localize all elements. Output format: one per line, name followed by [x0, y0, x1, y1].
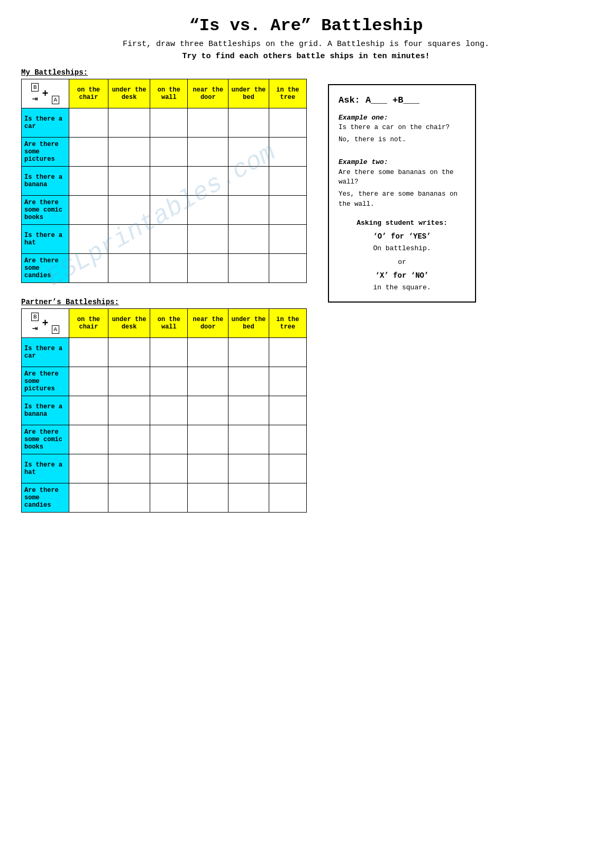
cell[interactable] — [188, 196, 229, 225]
table-row: Are there some candies — [22, 254, 307, 283]
table-row: Is there a car — [22, 108, 307, 138]
cell[interactable] — [229, 108, 269, 138]
cell[interactable] — [69, 225, 108, 254]
cell[interactable] — [269, 425, 306, 454]
cell[interactable] — [188, 254, 229, 283]
cell[interactable] — [69, 338, 108, 367]
a-label-2: A — [52, 325, 60, 334]
cell[interactable] — [188, 367, 229, 396]
cell[interactable] — [69, 138, 108, 167]
cell[interactable] — [229, 138, 269, 167]
header-col-1: on the chair — [69, 79, 108, 108]
partner-table-row: Are there some comic books — [22, 425, 307, 454]
cell[interactable] — [108, 396, 150, 425]
header-col-6: in the tree — [269, 79, 306, 108]
cell[interactable] — [188, 138, 229, 167]
cell[interactable] — [269, 367, 306, 396]
cell[interactable] — [69, 108, 108, 138]
cell[interactable] — [69, 454, 108, 483]
cell[interactable] — [108, 425, 150, 454]
cell[interactable] — [69, 367, 108, 396]
cell[interactable] — [269, 483, 306, 513]
cell[interactable] — [108, 138, 150, 167]
cell[interactable] — [269, 396, 306, 425]
cell[interactable] — [150, 454, 188, 483]
cell[interactable] — [108, 167, 150, 196]
cell[interactable] — [188, 225, 229, 254]
cell[interactable] — [229, 483, 269, 513]
cell[interactable] — [229, 254, 269, 283]
cell[interactable] — [269, 108, 306, 138]
cell[interactable] — [69, 167, 108, 196]
cell[interactable] — [69, 483, 108, 513]
row-label-6: Are there some candies — [22, 254, 69, 283]
page-title: “Is vs. Are” Battleship — [21, 16, 591, 35]
cell[interactable] — [269, 138, 306, 167]
cell[interactable] — [150, 138, 188, 167]
plus-symbol: + — [42, 88, 48, 100]
plus-symbol-2: + — [42, 317, 48, 330]
partners-battleships-grid: B ⇥ + A on the chair under the desk on t… — [21, 308, 307, 513]
cell[interactable] — [108, 254, 150, 283]
cell[interactable] — [269, 454, 306, 483]
cell[interactable] — [108, 196, 150, 225]
cell[interactable] — [269, 338, 306, 367]
cell[interactable] — [108, 338, 150, 367]
partner-row-label-3: Is there a banana — [22, 396, 69, 425]
cell[interactable] — [69, 196, 108, 225]
partner-row-label-6: Are there some candies — [22, 483, 69, 513]
cell[interactable] — [229, 167, 269, 196]
cell[interactable] — [150, 367, 188, 396]
cell[interactable] — [269, 167, 306, 196]
cell[interactable] — [188, 483, 229, 513]
cell[interactable] — [188, 454, 229, 483]
cell[interactable] — [229, 396, 269, 425]
cell[interactable] — [69, 396, 108, 425]
cell[interactable] — [269, 254, 306, 283]
cell[interactable] — [108, 454, 150, 483]
partners-battleships-label: Partner’s Battleships: — [21, 298, 307, 306]
partner-row-label-2: Are there some pictures — [22, 367, 69, 396]
cell[interactable] — [188, 167, 229, 196]
cell[interactable] — [108, 367, 150, 396]
cell[interactable] — [229, 225, 269, 254]
cell[interactable] — [150, 196, 188, 225]
cell[interactable] — [188, 108, 229, 138]
cell[interactable] — [269, 196, 306, 225]
my-battleships-label: My Battleships: — [21, 68, 307, 77]
cell[interactable] — [69, 425, 108, 454]
example-one-q: Is there a car on the chair? — [339, 123, 465, 133]
cell[interactable] — [269, 225, 306, 254]
cell[interactable] — [188, 396, 229, 425]
cell[interactable] — [69, 254, 108, 283]
cell[interactable] — [150, 254, 188, 283]
cell[interactable] — [229, 338, 269, 367]
partner-header-col-3: on the wall — [150, 309, 188, 338]
cell[interactable] — [188, 338, 229, 367]
cell[interactable] — [229, 367, 269, 396]
example-two-a: Yes, there are some bananas on the wall. — [339, 189, 465, 209]
corner-cell: B ⇥ + A — [22, 79, 69, 108]
yes-symbol: ‘O’ for ‘YES’ — [339, 231, 465, 242]
cell[interactable] — [150, 425, 188, 454]
cell[interactable] — [108, 483, 150, 513]
row-label-5: Is there a hat — [22, 225, 69, 254]
table-row: Are there some pictures — [22, 138, 307, 167]
cell[interactable] — [229, 454, 269, 483]
row-label-3: Is there a banana — [22, 167, 69, 196]
cell[interactable] — [150, 167, 188, 196]
cell[interactable] — [150, 108, 188, 138]
info-box: Ask: A___ +B___ Example one: Is there a … — [328, 84, 476, 303]
cell[interactable] — [150, 396, 188, 425]
cell[interactable] — [188, 425, 229, 454]
cell[interactable] — [108, 108, 150, 138]
cell[interactable] — [108, 225, 150, 254]
cell[interactable] — [150, 225, 188, 254]
cell[interactable] — [229, 196, 269, 225]
example-two-label: Example two: — [339, 157, 465, 168]
arrow-symbol: ⇥ — [32, 93, 38, 104]
ask-line: Ask: A___ +B___ — [339, 94, 465, 107]
cell[interactable] — [150, 483, 188, 513]
cell[interactable] — [150, 338, 188, 367]
cell[interactable] — [229, 425, 269, 454]
